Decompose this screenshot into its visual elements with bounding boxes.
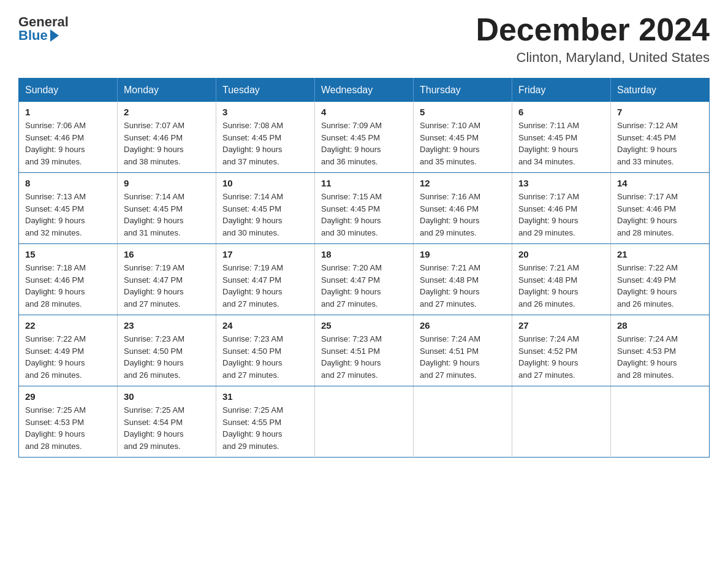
calendar-week-row: 8Sunrise: 7:13 AMSunset: 4:45 PMDaylight… xyxy=(19,173,710,244)
day-info: Sunrise: 7:25 AMSunset: 4:55 PMDaylight:… xyxy=(222,404,308,452)
calendar-day-cell: 5Sunrise: 7:10 AMSunset: 4:45 PMDaylight… xyxy=(414,102,512,173)
calendar-day-cell xyxy=(611,386,710,458)
calendar-day-cell xyxy=(512,386,611,458)
calendar-day-cell: 13Sunrise: 7:17 AMSunset: 4:46 PMDayligh… xyxy=(512,173,611,244)
calendar-day-cell: 10Sunrise: 7:14 AMSunset: 4:45 PMDayligh… xyxy=(216,173,315,244)
day-info: Sunrise: 7:24 AMSunset: 4:51 PMDaylight:… xyxy=(420,333,506,381)
day-info: Sunrise: 7:11 AMSunset: 4:45 PMDaylight:… xyxy=(518,120,604,167)
calendar-day-cell: 25Sunrise: 7:23 AMSunset: 4:51 PMDayligh… xyxy=(315,315,414,386)
weekday-header-row: SundayMondayTuesdayWednesdayThursdayFrid… xyxy=(19,79,710,102)
calendar-day-cell: 30Sunrise: 7:25 AMSunset: 4:54 PMDayligh… xyxy=(118,386,216,458)
calendar-day-cell: 2Sunrise: 7:07 AMSunset: 4:46 PMDaylight… xyxy=(118,102,216,173)
logo-arrow-icon xyxy=(50,29,59,42)
calendar-day-cell: 27Sunrise: 7:24 AMSunset: 4:52 PMDayligh… xyxy=(512,315,611,386)
day-info: Sunrise: 7:25 AMSunset: 4:54 PMDaylight:… xyxy=(124,404,210,452)
day-info: Sunrise: 7:22 AMSunset: 4:49 PMDaylight:… xyxy=(617,262,703,310)
day-number: 10 xyxy=(222,178,308,188)
calendar-day-cell: 31Sunrise: 7:25 AMSunset: 4:55 PMDayligh… xyxy=(216,386,315,458)
weekday-header-monday: Monday xyxy=(118,79,216,102)
day-info: Sunrise: 7:14 AMSunset: 4:45 PMDaylight:… xyxy=(222,191,308,239)
weekday-header-tuesday: Tuesday xyxy=(216,79,315,102)
day-number: 23 xyxy=(124,320,210,331)
day-info: Sunrise: 7:17 AMSunset: 4:46 PMDaylight:… xyxy=(617,191,703,239)
calendar-body: 1Sunrise: 7:06 AMSunset: 4:46 PMDaylight… xyxy=(19,102,710,458)
calendar-day-cell: 1Sunrise: 7:06 AMSunset: 4:46 PMDaylight… xyxy=(19,102,118,173)
calendar-day-cell xyxy=(414,386,512,458)
calendar-day-cell: 18Sunrise: 7:20 AMSunset: 4:47 PMDayligh… xyxy=(315,244,414,315)
day-info: Sunrise: 7:18 AMSunset: 4:46 PMDaylight:… xyxy=(25,262,111,310)
day-info: Sunrise: 7:08 AMSunset: 4:45 PMDaylight:… xyxy=(222,120,308,167)
day-number: 1 xyxy=(25,107,111,117)
day-number: 21 xyxy=(617,249,703,259)
page-header: General Blue December 2024 Clinton, Mary… xyxy=(18,12,710,66)
day-info: Sunrise: 7:21 AMSunset: 4:48 PMDaylight:… xyxy=(420,262,506,310)
calendar-day-cell: 22Sunrise: 7:22 AMSunset: 4:49 PMDayligh… xyxy=(19,315,118,386)
weekday-header-friday: Friday xyxy=(512,79,611,102)
day-info: Sunrise: 7:15 AMSunset: 4:45 PMDaylight:… xyxy=(321,191,407,239)
calendar-day-cell: 12Sunrise: 7:16 AMSunset: 4:46 PMDayligh… xyxy=(414,173,512,244)
day-info: Sunrise: 7:24 AMSunset: 4:52 PMDaylight:… xyxy=(518,333,604,381)
day-info: Sunrise: 7:16 AMSunset: 4:46 PMDaylight:… xyxy=(420,191,506,239)
day-info: Sunrise: 7:22 AMSunset: 4:49 PMDaylight:… xyxy=(25,333,111,381)
calendar-day-cell: 20Sunrise: 7:21 AMSunset: 4:48 PMDayligh… xyxy=(512,244,611,315)
day-info: Sunrise: 7:23 AMSunset: 4:50 PMDaylight:… xyxy=(222,333,308,381)
logo: General Blue xyxy=(18,12,69,42)
location-text: Clinton, Maryland, United States xyxy=(476,50,710,66)
calendar-day-cell: 19Sunrise: 7:21 AMSunset: 4:48 PMDayligh… xyxy=(414,244,512,315)
day-info: Sunrise: 7:23 AMSunset: 4:50 PMDaylight:… xyxy=(124,333,210,381)
day-number: 17 xyxy=(222,249,308,259)
day-info: Sunrise: 7:19 AMSunset: 4:47 PMDaylight:… xyxy=(222,262,308,310)
calendar-day-cell: 26Sunrise: 7:24 AMSunset: 4:51 PMDayligh… xyxy=(414,315,512,386)
calendar-week-row: 15Sunrise: 7:18 AMSunset: 4:46 PMDayligh… xyxy=(19,244,710,315)
title-block: December 2024 Clinton, Maryland, United … xyxy=(476,12,710,66)
day-number: 25 xyxy=(321,320,407,331)
calendar-day-cell: 28Sunrise: 7:24 AMSunset: 4:53 PMDayligh… xyxy=(611,315,710,386)
day-number: 13 xyxy=(518,178,604,188)
calendar-week-row: 1Sunrise: 7:06 AMSunset: 4:46 PMDaylight… xyxy=(19,102,710,173)
day-info: Sunrise: 7:21 AMSunset: 4:48 PMDaylight:… xyxy=(518,262,604,310)
day-number: 3 xyxy=(222,107,308,117)
calendar-day-cell: 23Sunrise: 7:23 AMSunset: 4:50 PMDayligh… xyxy=(118,315,216,386)
day-info: Sunrise: 7:10 AMSunset: 4:45 PMDaylight:… xyxy=(420,120,506,167)
calendar-day-cell: 9Sunrise: 7:14 AMSunset: 4:45 PMDaylight… xyxy=(118,173,216,244)
calendar-day-cell: 7Sunrise: 7:12 AMSunset: 4:45 PMDaylight… xyxy=(611,102,710,173)
day-info: Sunrise: 7:12 AMSunset: 4:45 PMDaylight:… xyxy=(617,120,703,167)
day-number: 5 xyxy=(420,107,506,117)
calendar-week-row: 22Sunrise: 7:22 AMSunset: 4:49 PMDayligh… xyxy=(19,315,710,386)
day-number: 24 xyxy=(222,320,308,331)
day-number: 27 xyxy=(518,320,604,331)
day-number: 6 xyxy=(518,107,604,117)
day-number: 12 xyxy=(420,178,506,188)
calendar-day-cell: 4Sunrise: 7:09 AMSunset: 4:45 PMDaylight… xyxy=(315,102,414,173)
day-info: Sunrise: 7:25 AMSunset: 4:53 PMDaylight:… xyxy=(25,404,111,452)
day-info: Sunrise: 7:06 AMSunset: 4:46 PMDaylight:… xyxy=(25,120,111,167)
day-info: Sunrise: 7:20 AMSunset: 4:47 PMDaylight:… xyxy=(321,262,407,310)
day-number: 22 xyxy=(25,320,111,331)
logo-blue-text: Blue xyxy=(18,29,59,42)
day-number: 9 xyxy=(124,178,210,188)
calendar-day-cell: 15Sunrise: 7:18 AMSunset: 4:46 PMDayligh… xyxy=(19,244,118,315)
calendar-day-cell: 6Sunrise: 7:11 AMSunset: 4:45 PMDaylight… xyxy=(512,102,611,173)
day-info: Sunrise: 7:24 AMSunset: 4:53 PMDaylight:… xyxy=(617,333,703,381)
calendar-day-cell: 8Sunrise: 7:13 AMSunset: 4:45 PMDaylight… xyxy=(19,173,118,244)
weekday-header-saturday: Saturday xyxy=(611,79,710,102)
weekday-header-thursday: Thursday xyxy=(414,79,512,102)
day-number: 14 xyxy=(617,178,703,188)
calendar-day-cell: 21Sunrise: 7:22 AMSunset: 4:49 PMDayligh… xyxy=(611,244,710,315)
calendar-day-cell: 17Sunrise: 7:19 AMSunset: 4:47 PMDayligh… xyxy=(216,244,315,315)
month-title: December 2024 xyxy=(476,12,710,47)
calendar-day-cell: 16Sunrise: 7:19 AMSunset: 4:47 PMDayligh… xyxy=(118,244,216,315)
weekday-header-sunday: Sunday xyxy=(19,79,118,102)
day-number: 30 xyxy=(124,391,210,402)
day-number: 16 xyxy=(124,249,210,259)
day-number: 28 xyxy=(617,320,703,331)
day-number: 20 xyxy=(518,249,604,259)
calendar-day-cell: 14Sunrise: 7:17 AMSunset: 4:46 PMDayligh… xyxy=(611,173,710,244)
weekday-header-wednesday: Wednesday xyxy=(315,79,414,102)
day-number: 11 xyxy=(321,178,407,188)
day-number: 26 xyxy=(420,320,506,331)
calendar-day-cell: 3Sunrise: 7:08 AMSunset: 4:45 PMDaylight… xyxy=(216,102,315,173)
day-info: Sunrise: 7:07 AMSunset: 4:46 PMDaylight:… xyxy=(124,120,210,167)
day-number: 2 xyxy=(124,107,210,117)
day-info: Sunrise: 7:17 AMSunset: 4:46 PMDaylight:… xyxy=(518,191,604,239)
